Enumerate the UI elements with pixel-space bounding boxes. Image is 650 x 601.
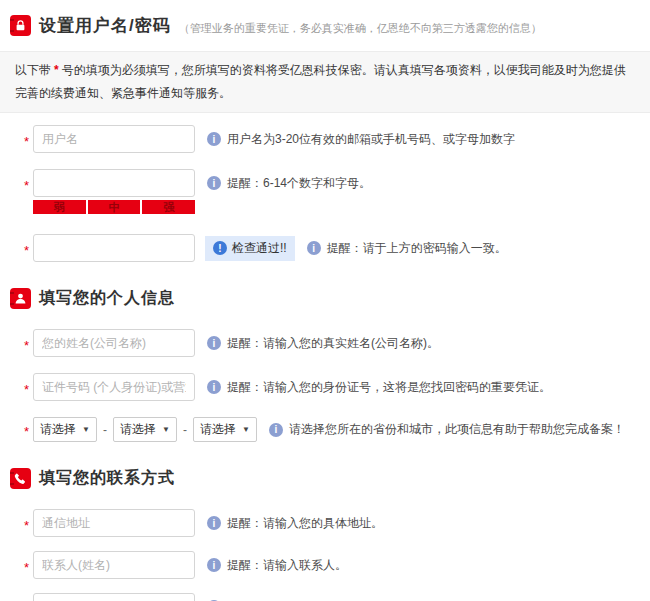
region-hint-text: 请选择您所在的省份和城市，此项信息有助于帮助您完成备案！ (289, 421, 625, 438)
real-name-input[interactable] (33, 329, 195, 357)
password-row: * i 提醒：6-14个数字和字母。 (24, 169, 650, 197)
personal-section-header: 填写您的个人信息 (0, 288, 650, 309)
info-icon: i (269, 423, 283, 437)
required-asterisk: * (24, 379, 33, 396)
contact-section-title: 填写您的联系方式 (39, 468, 175, 489)
user-icon (10, 288, 31, 309)
province-select-value: 请选择 (40, 421, 76, 438)
username-hint: i 用户名为3-20位有效的邮箱或手机号码、或字母加数字 (207, 131, 515, 148)
required-asterisk: * (24, 515, 33, 532)
id-number-hint-text: 提醒：请输入您的身份证号，这将是您找回密码的重要凭证。 (227, 379, 551, 396)
district-select-value: 请选择 (200, 421, 236, 438)
region-hint: i 请选择您所在的省份和城市，此项信息有助于帮助您完成备案！ (269, 421, 625, 438)
address-row: * i 提醒：请输入您的具体地址。 (24, 509, 650, 537)
caret-down-icon: ▼ (242, 425, 250, 434)
required-asterisk: * (24, 240, 33, 257)
required-asterisk: * (24, 557, 33, 574)
account-section-title: 设置用户名/密码 (39, 14, 171, 37)
id-number-row: * i 提醒：请输入您的身份证号，这将是您找回密码的重要凭证。 (24, 373, 650, 401)
account-section-header: 设置用户名/密码 （管理业务的重要凭证，务必真实准确，亿恩绝不向第三方透露您的信… (0, 0, 650, 37)
city-select-value: 请选择 (120, 421, 156, 438)
required-asterisk: * (24, 335, 33, 352)
password-hint-text: 提醒：6-14个数字和字母。 (227, 175, 371, 192)
username-row: * i 用户名为3-20位有效的邮箱或手机号码、或字母加数字 (24, 125, 650, 153)
info-icon: i (207, 516, 221, 530)
check-passed-text: 检查通过!! (232, 240, 287, 257)
required-asterisk: * (24, 131, 33, 148)
confirm-password-hint: i 提醒：请于上方的密码输入一致。 (307, 240, 507, 257)
username-hint-text: 用户名为3-20位有效的邮箱或手机号码、或字母加数字 (227, 131, 515, 148)
mobile-input[interactable] (33, 593, 195, 601)
alert-icon: ! (213, 241, 227, 255)
contact-name-row: * i 提醒：请输入联系人。 (24, 551, 650, 579)
info-icon: i (307, 241, 321, 255)
required-asterisk: * (24, 421, 33, 438)
info-icon: i (207, 132, 221, 146)
notice-bar: 以下带*号的填项为必须填写，您所填写的资料将受亿恩科技保密。请认真填写各项资料，… (0, 51, 650, 113)
contact-section-header: 填写您的联系方式 (0, 468, 650, 489)
address-hint-text: 提醒：请输入您的具体地址。 (227, 515, 383, 532)
confirm-password-row: * ! 检查通过!! i 提醒：请于上方的密码输入一致。 (24, 234, 650, 262)
check-passed-badge: ! 检查通过!! (205, 236, 295, 261)
strength-weak-segment: 弱 (33, 200, 86, 214)
contact-name-input[interactable] (33, 551, 195, 579)
required-asterisk: * (54, 63, 59, 77)
id-number-hint: i 提醒：请输入您的身份证号，这将是您找回密码的重要凭证。 (207, 379, 551, 396)
strength-strong-segment: 强 (142, 200, 195, 214)
district-select[interactable]: 请选择 ▼ (193, 417, 257, 442)
real-name-hint-text: 提醒：请输入您的真实姓名(公司名称)。 (227, 335, 439, 352)
select-separator: - (103, 423, 107, 437)
real-name-hint: i 提醒：请输入您的真实姓名(公司名称)。 (207, 335, 439, 352)
contact-name-hint-text: 提醒：请输入联系人。 (227, 557, 347, 574)
province-select[interactable]: 请选择 ▼ (33, 417, 97, 442)
password-input[interactable] (33, 169, 195, 197)
id-number-input[interactable] (33, 373, 195, 401)
confirm-password-hint-text: 提醒：请于上方的密码输入一致。 (327, 240, 507, 257)
info-icon: i (207, 380, 221, 394)
username-input[interactable] (33, 125, 195, 153)
info-icon: i (207, 176, 221, 190)
phone-icon (10, 468, 31, 489)
info-icon: i (207, 336, 221, 350)
required-asterisk: * (24, 175, 33, 192)
lock-icon (10, 15, 31, 36)
mobile-row: * i 提醒：请输入您的手机号码，会用来接收短信。 (24, 593, 650, 601)
password-strength-meter: 弱 中 强 (33, 200, 195, 214)
account-section-subtitle: （管理业务的重要凭证，务必真实准确，亿恩绝不向第三方透露您的信息） (179, 16, 542, 36)
password-hint: i 提醒：6-14个数字和字母。 (207, 175, 371, 192)
notice-text-before: 以下带 (15, 63, 51, 77)
select-separator: - (183, 423, 187, 437)
notice-text-after: 号的填项为必须填写，您所填写的资料将受亿恩科技保密。请认真填写各项资料，以便我司… (15, 63, 626, 100)
address-hint: i 提醒：请输入您的具体地址。 (207, 515, 383, 532)
address-input[interactable] (33, 509, 195, 537)
confirm-password-input[interactable] (33, 234, 195, 262)
strength-medium-segment: 中 (88, 200, 141, 214)
city-select[interactable]: 请选择 ▼ (113, 417, 177, 442)
info-icon: i (207, 558, 221, 572)
real-name-row: * i 提醒：请输入您的真实姓名(公司名称)。 (24, 329, 650, 357)
contact-name-hint: i 提醒：请输入联系人。 (207, 557, 347, 574)
region-row: * 请选择 ▼ - 请选择 ▼ - 请选择 ▼ i 请选择您所在的省份和城市，此… (24, 417, 650, 442)
caret-down-icon: ▼ (82, 425, 90, 434)
caret-down-icon: ▼ (162, 425, 170, 434)
personal-section-title: 填写您的个人信息 (39, 288, 175, 309)
